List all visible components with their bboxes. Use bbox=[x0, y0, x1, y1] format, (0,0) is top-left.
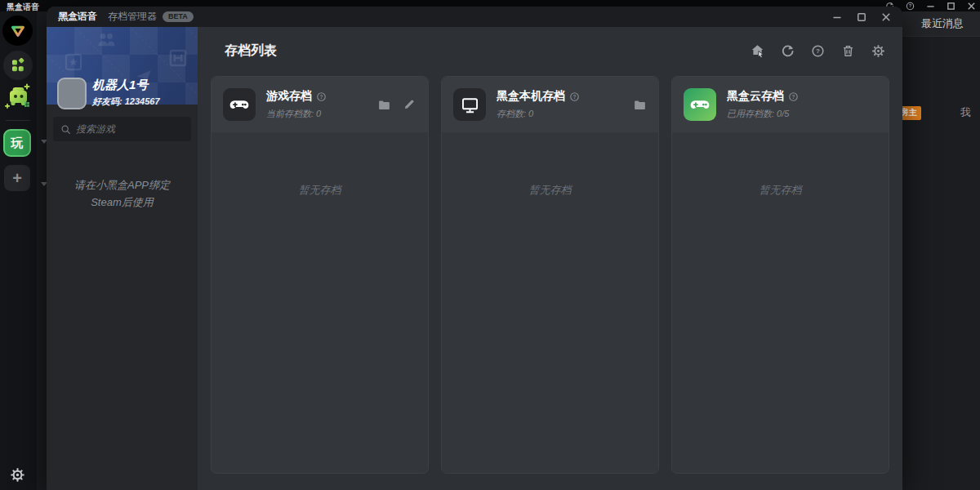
card-actions bbox=[632, 97, 647, 112]
play-label: 玩 bbox=[11, 136, 24, 151]
profile-sidebar: 机器人1号 好友码: 1234567 请在小黑盒APP绑定 Steam后使用 bbox=[47, 27, 198, 490]
sidebar-item-play[interactable]: 玩 bbox=[3, 129, 31, 157]
help-icon[interactable]: ? bbox=[808, 41, 828, 61]
people-icon bbox=[96, 29, 117, 54]
card-header: 黑盒本机存档 ? 存档数: 0 bbox=[442, 77, 658, 132]
heybox-glyph-icon bbox=[167, 47, 189, 73]
sidebar-item-home[interactable] bbox=[2, 16, 33, 46]
svg-text:?: ? bbox=[320, 93, 323, 99]
heybox-logo-icon bbox=[9, 22, 27, 40]
card-header: 游戏存档 ? 当前存档数: 0 bbox=[212, 77, 428, 132]
folder-icon[interactable] bbox=[632, 97, 647, 112]
profile-name: 机器人1号 bbox=[92, 78, 148, 93]
save-manager-titlebar[interactable]: 黑盒语音 存档管理器 BETA bbox=[47, 7, 902, 27]
empty-state: 暂无存档 bbox=[672, 183, 889, 198]
info-icon[interactable]: ? bbox=[569, 91, 580, 102]
card-cloud-saves: 黑盒云存档 ? 已用存档数: 0/5 暂无存档 bbox=[671, 76, 889, 474]
minimize-icon[interactable] bbox=[831, 11, 842, 22]
bind-hint: 请在小黑盒APP绑定 Steam后使用 bbox=[47, 176, 198, 211]
content-header: 存档列表 ? bbox=[198, 27, 902, 74]
app-title: 黑盒语音 bbox=[7, 2, 39, 13]
card-game-saves: 游戏存档 ? 当前存档数: 0 暂无存档 bbox=[211, 76, 429, 474]
beta-badge: BETA bbox=[163, 11, 194, 22]
close-icon[interactable] bbox=[880, 11, 891, 22]
member-me-label[interactable]: 我 bbox=[960, 105, 971, 120]
card-title: 游戏存档 bbox=[266, 89, 312, 104]
card-subtitle: 存档数: 0 bbox=[497, 108, 580, 120]
robot-save-icon bbox=[4, 82, 33, 112]
folder-icon[interactable] bbox=[376, 97, 391, 112]
refresh-icon[interactable] bbox=[777, 41, 798, 61]
app-help-icon[interactable]: ? bbox=[905, 1, 915, 11]
empty-state: 暂无存档 bbox=[212, 183, 428, 198]
sidebar-item-save-manager[interactable] bbox=[3, 82, 33, 112]
settings-gear-icon[interactable] bbox=[10, 467, 25, 483]
avatar[interactable] bbox=[57, 78, 87, 109]
trash-icon[interactable] bbox=[838, 41, 858, 61]
app-close-icon[interactable] bbox=[966, 1, 976, 11]
card-subtitle: 当前存档数: 0 bbox=[266, 108, 327, 120]
svg-text:?: ? bbox=[908, 3, 911, 8]
gamepad-icon bbox=[223, 88, 256, 121]
add-server-button[interactable]: + bbox=[4, 165, 30, 191]
monitor-icon bbox=[453, 88, 486, 121]
card-actions bbox=[376, 97, 416, 112]
save-cards-row: 游戏存档 ? 当前存档数: 0 暂无存档 bbox=[198, 74, 902, 474]
info-icon[interactable]: ? bbox=[788, 91, 799, 102]
empty-state: 暂无存档 bbox=[442, 183, 658, 198]
page-title: 存档列表 bbox=[225, 42, 277, 60]
card-title: 黑盒云存档 bbox=[727, 89, 784, 104]
save-manager-window: 黑盒语音 存档管理器 BETA bbox=[47, 7, 902, 490]
recent-messages-panel: 最近消息 房主 我 bbox=[902, 11, 980, 490]
window-app-name: 黑盒语音 bbox=[58, 10, 97, 24]
game-search-box[interactable] bbox=[53, 117, 191, 141]
cloud-gamepad-icon bbox=[684, 88, 716, 121]
svg-text:?: ? bbox=[816, 47, 820, 55]
card-subtitle: 已用存档数: 0/5 bbox=[727, 108, 799, 120]
card-titles: 黑盒本机存档 ? 存档数: 0 bbox=[497, 89, 580, 120]
recent-messages-title: 最近消息 bbox=[921, 16, 964, 31]
window-controls bbox=[831, 11, 891, 22]
svg-text:?: ? bbox=[792, 93, 795, 99]
card-titles: 黑盒云存档 ? 已用存档数: 0/5 bbox=[727, 89, 799, 120]
edit-icon[interactable] bbox=[402, 97, 416, 112]
bind-hint-line1: 请在小黑盒APP绑定 bbox=[47, 176, 198, 194]
recent-messages-header: 最近消息 bbox=[902, 11, 980, 37]
app-sidebar: 玩 + bbox=[0, 0, 37, 490]
save-list-content: 存档列表 ? bbox=[198, 27, 902, 490]
star-box-icon bbox=[63, 51, 84, 76]
home-icon[interactable] bbox=[747, 41, 768, 61]
info-icon[interactable]: ? bbox=[316, 91, 327, 102]
svg-text:?: ? bbox=[573, 93, 577, 99]
search-input[interactable] bbox=[76, 123, 184, 135]
toolbar: ? bbox=[747, 41, 889, 61]
sidebar-item-apps[interactable] bbox=[3, 51, 33, 80]
screen: 黑盒语音 ? bbox=[0, 0, 980, 490]
app-maximize-icon[interactable] bbox=[946, 1, 956, 11]
bind-hint-line2: Steam后使用 bbox=[47, 194, 198, 211]
card-title: 黑盒本机存档 bbox=[497, 89, 565, 104]
gear-icon[interactable] bbox=[868, 41, 889, 61]
card-titles: 游戏存档 ? 当前存档数: 0 bbox=[266, 89, 327, 120]
sidebar-edge-strip bbox=[37, 0, 47, 490]
sidebar-divider bbox=[6, 120, 30, 121]
card-header: 黑盒云存档 ? 已用存档数: 0/5 bbox=[672, 77, 889, 132]
search-icon bbox=[60, 124, 71, 135]
window-page-name: 存档管理器 bbox=[108, 10, 157, 24]
apps-grid-icon bbox=[10, 57, 26, 74]
maximize-icon[interactable] bbox=[856, 11, 866, 22]
app-minimize-icon[interactable] bbox=[925, 1, 935, 11]
friend-code: 好友码: 1234567 bbox=[92, 96, 160, 108]
card-local-saves: 黑盒本机存档 ? 存档数: 0 暂无存档 bbox=[441, 76, 659, 474]
plus-icon: + bbox=[12, 169, 22, 188]
